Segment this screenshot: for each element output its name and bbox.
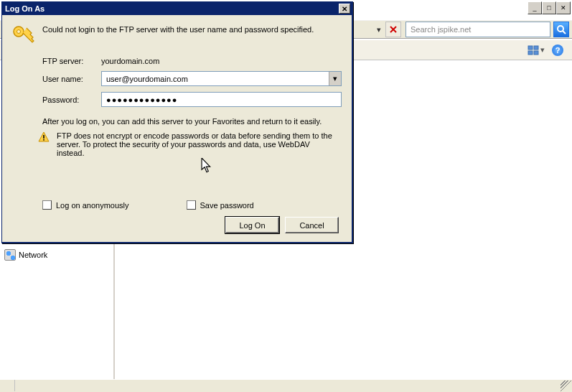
security-warning: FTP does not encrypt or encode passwords… (57, 131, 337, 157)
password-input[interactable] (101, 92, 342, 107)
svg-rect-7 (43, 135, 44, 139)
status-cell (0, 380, 15, 391)
help-button[interactable]: ? (552, 45, 563, 56)
svg-rect-8 (43, 139, 44, 141)
minimize-button[interactable]: _ (528, 1, 542, 14)
views-icon (528, 45, 539, 55)
save-checkbox[interactable] (187, 200, 196, 210)
logon-dialog: Log On As ✕ Could not login to the FTP s… (1, 1, 353, 243)
dialog-close-button[interactable]: ✕ (339, 4, 350, 14)
magnifier-icon (556, 24, 566, 34)
svg-rect-4 (534, 51, 538, 55)
dialog-titlebar[interactable]: Log On As ✕ (2, 2, 352, 15)
dialog-message: Could not login to the FTP server with t… (42, 22, 314, 34)
password-label: Password: (42, 95, 101, 104)
network-icon (4, 249, 16, 261)
status-bar (0, 379, 572, 392)
tree-item-network[interactable]: Network (0, 248, 113, 262)
search-go-button[interactable] (553, 22, 569, 37)
logon-button[interactable]: Log On (225, 217, 279, 233)
save-checkbox-label[interactable]: Save password (187, 200, 254, 210)
ftp-server-value: yourdomain.com (101, 57, 342, 65)
svg-point-6 (17, 30, 21, 34)
close-button[interactable]: ✕ (556, 1, 571, 14)
search-input[interactable] (406, 22, 550, 37)
ftp-server-label: FTP server: (42, 57, 101, 65)
username-input[interactable] (102, 72, 329, 85)
anon-checkbox-label[interactable]: Log on anonymously (42, 200, 129, 210)
anon-checkbox[interactable] (42, 200, 52, 210)
combo-dropdown-button[interactable]: ▾ (329, 72, 341, 85)
username-combo[interactable]: ▾ (101, 71, 342, 86)
anon-checkbox-text: Log on anonymously (56, 201, 129, 210)
tree-item-label: Network (19, 251, 47, 259)
dialog-title: Log On As (5, 4, 44, 13)
username-label: User name: (42, 75, 101, 83)
favorites-hint: After you log on, you can add this serve… (42, 117, 342, 126)
dialog-body: Could not login to the FTP server with t… (2, 15, 352, 242)
save-checkbox-text: Save password (200, 201, 254, 210)
svg-rect-1 (528, 46, 533, 50)
search-box[interactable] (405, 22, 550, 37)
svg-point-0 (558, 26, 563, 32)
window-controls: _ □ ✕ (528, 1, 571, 14)
chevron-down-icon: ▾ (333, 74, 337, 83)
cancel-button[interactable]: Cancel (285, 217, 339, 233)
views-button[interactable]: ▾ (528, 45, 545, 55)
x-red-icon (388, 24, 398, 34)
resize-grip-icon[interactable] (561, 381, 572, 392)
svg-rect-2 (534, 46, 538, 50)
warning-icon (38, 131, 50, 143)
maximize-button[interactable]: □ (542, 1, 556, 14)
chevron-down-icon: ▾ (540, 45, 545, 55)
toolbar-dropdown-icon[interactable]: ▾ (374, 22, 384, 37)
stop-button[interactable] (385, 22, 401, 37)
key-icon (12, 22, 35, 45)
svg-rect-3 (528, 51, 533, 55)
